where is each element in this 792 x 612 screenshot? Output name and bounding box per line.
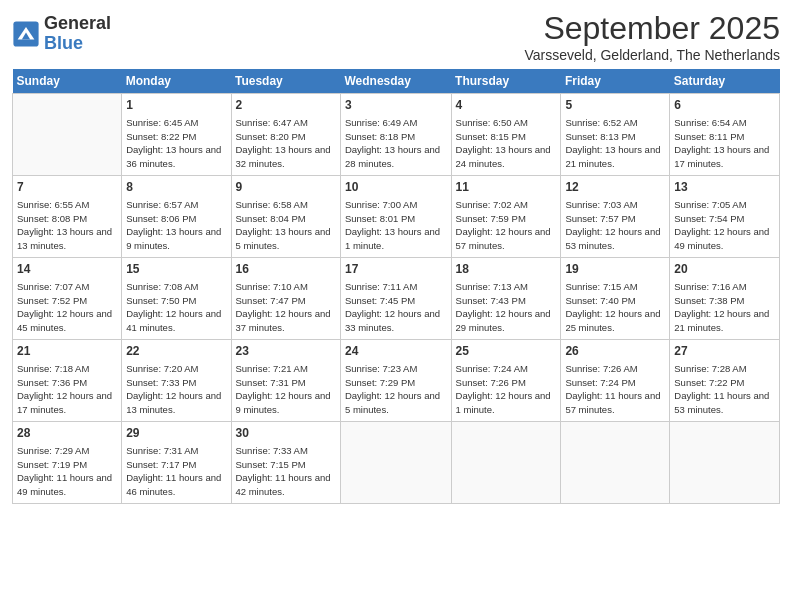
day-cell <box>670 422 780 504</box>
day-info: Sunrise: 6:47 AM Sunset: 8:20 PM Dayligh… <box>236 116 336 171</box>
week-row-3: 21Sunrise: 7:18 AM Sunset: 7:36 PM Dayli… <box>13 340 780 422</box>
logo-blue: Blue <box>44 34 111 54</box>
day-number: 10 <box>345 179 447 196</box>
day-number: 27 <box>674 343 775 360</box>
day-cell: 20Sunrise: 7:16 AM Sunset: 7:38 PM Dayli… <box>670 258 780 340</box>
header-saturday: Saturday <box>670 69 780 94</box>
day-cell: 27Sunrise: 7:28 AM Sunset: 7:22 PM Dayli… <box>670 340 780 422</box>
day-cell: 22Sunrise: 7:20 AM Sunset: 7:33 PM Dayli… <box>122 340 231 422</box>
day-info: Sunrise: 7:20 AM Sunset: 7:33 PM Dayligh… <box>126 362 226 417</box>
day-cell: 10Sunrise: 7:00 AM Sunset: 8:01 PM Dayli… <box>340 176 451 258</box>
logo-icon <box>12 20 40 48</box>
day-number: 30 <box>236 425 336 442</box>
day-cell: 21Sunrise: 7:18 AM Sunset: 7:36 PM Dayli… <box>13 340 122 422</box>
day-info: Sunrise: 6:55 AM Sunset: 8:08 PM Dayligh… <box>17 198 117 253</box>
day-cell: 11Sunrise: 7:02 AM Sunset: 7:59 PM Dayli… <box>451 176 561 258</box>
day-cell: 13Sunrise: 7:05 AM Sunset: 7:54 PM Dayli… <box>670 176 780 258</box>
day-cell: 19Sunrise: 7:15 AM Sunset: 7:40 PM Dayli… <box>561 258 670 340</box>
day-info: Sunrise: 7:02 AM Sunset: 7:59 PM Dayligh… <box>456 198 557 253</box>
day-cell <box>451 422 561 504</box>
day-number: 20 <box>674 261 775 278</box>
day-info: Sunrise: 7:15 AM Sunset: 7:40 PM Dayligh… <box>565 280 665 335</box>
day-info: Sunrise: 7:24 AM Sunset: 7:26 PM Dayligh… <box>456 362 557 417</box>
day-number: 18 <box>456 261 557 278</box>
header-monday: Monday <box>122 69 231 94</box>
day-cell: 8Sunrise: 6:57 AM Sunset: 8:06 PM Daylig… <box>122 176 231 258</box>
day-number: 16 <box>236 261 336 278</box>
header-tuesday: Tuesday <box>231 69 340 94</box>
header-friday: Friday <box>561 69 670 94</box>
day-info: Sunrise: 6:50 AM Sunset: 8:15 PM Dayligh… <box>456 116 557 171</box>
day-cell: 2Sunrise: 6:47 AM Sunset: 8:20 PM Daylig… <box>231 94 340 176</box>
day-info: Sunrise: 7:31 AM Sunset: 7:17 PM Dayligh… <box>126 444 226 499</box>
day-number: 29 <box>126 425 226 442</box>
day-info: Sunrise: 7:23 AM Sunset: 7:29 PM Dayligh… <box>345 362 447 417</box>
day-cell: 18Sunrise: 7:13 AM Sunset: 7:43 PM Dayli… <box>451 258 561 340</box>
day-info: Sunrise: 7:18 AM Sunset: 7:36 PM Dayligh… <box>17 362 117 417</box>
day-number: 7 <box>17 179 117 196</box>
day-info: Sunrise: 7:10 AM Sunset: 7:47 PM Dayligh… <box>236 280 336 335</box>
day-cell: 14Sunrise: 7:07 AM Sunset: 7:52 PM Dayli… <box>13 258 122 340</box>
day-cell: 28Sunrise: 7:29 AM Sunset: 7:19 PM Dayli… <box>13 422 122 504</box>
calendar-table: Sunday Monday Tuesday Wednesday Thursday… <box>12 69 780 504</box>
header-row: Sunday Monday Tuesday Wednesday Thursday… <box>13 69 780 94</box>
day-cell: 9Sunrise: 6:58 AM Sunset: 8:04 PM Daylig… <box>231 176 340 258</box>
day-number: 1 <box>126 97 226 114</box>
header: General Blue September 2025 Varsseveld, … <box>12 10 780 63</box>
week-row-1: 7Sunrise: 6:55 AM Sunset: 8:08 PM Daylig… <box>13 176 780 258</box>
day-info: Sunrise: 7:11 AM Sunset: 7:45 PM Dayligh… <box>345 280 447 335</box>
day-cell <box>561 422 670 504</box>
day-info: Sunrise: 7:33 AM Sunset: 7:15 PM Dayligh… <box>236 444 336 499</box>
day-number: 26 <box>565 343 665 360</box>
day-number: 25 <box>456 343 557 360</box>
day-cell: 4Sunrise: 6:50 AM Sunset: 8:15 PM Daylig… <box>451 94 561 176</box>
header-wednesday: Wednesday <box>340 69 451 94</box>
day-info: Sunrise: 6:45 AM Sunset: 8:22 PM Dayligh… <box>126 116 226 171</box>
day-cell: 12Sunrise: 7:03 AM Sunset: 7:57 PM Dayli… <box>561 176 670 258</box>
day-number: 2 <box>236 97 336 114</box>
header-thursday: Thursday <box>451 69 561 94</box>
day-number: 21 <box>17 343 117 360</box>
day-cell: 15Sunrise: 7:08 AM Sunset: 7:50 PM Dayli… <box>122 258 231 340</box>
logo: General Blue <box>12 14 111 54</box>
main-container: General Blue September 2025 Varsseveld, … <box>0 0 792 512</box>
day-info: Sunrise: 6:52 AM Sunset: 8:13 PM Dayligh… <box>565 116 665 171</box>
day-info: Sunrise: 7:07 AM Sunset: 7:52 PM Dayligh… <box>17 280 117 335</box>
day-cell: 30Sunrise: 7:33 AM Sunset: 7:15 PM Dayli… <box>231 422 340 504</box>
day-number: 14 <box>17 261 117 278</box>
day-cell: 16Sunrise: 7:10 AM Sunset: 7:47 PM Dayli… <box>231 258 340 340</box>
day-info: Sunrise: 6:49 AM Sunset: 8:18 PM Dayligh… <box>345 116 447 171</box>
subtitle: Varsseveld, Gelderland, The Netherlands <box>524 47 780 63</box>
day-info: Sunrise: 7:28 AM Sunset: 7:22 PM Dayligh… <box>674 362 775 417</box>
day-number: 13 <box>674 179 775 196</box>
day-info: Sunrise: 7:03 AM Sunset: 7:57 PM Dayligh… <box>565 198 665 253</box>
day-number: 28 <box>17 425 117 442</box>
day-info: Sunrise: 7:13 AM Sunset: 7:43 PM Dayligh… <box>456 280 557 335</box>
day-info: Sunrise: 6:57 AM Sunset: 8:06 PM Dayligh… <box>126 198 226 253</box>
day-number: 17 <box>345 261 447 278</box>
day-info: Sunrise: 7:26 AM Sunset: 7:24 PM Dayligh… <box>565 362 665 417</box>
day-cell <box>340 422 451 504</box>
day-cell: 6Sunrise: 6:54 AM Sunset: 8:11 PM Daylig… <box>670 94 780 176</box>
day-number: 9 <box>236 179 336 196</box>
day-cell: 5Sunrise: 6:52 AM Sunset: 8:13 PM Daylig… <box>561 94 670 176</box>
day-cell: 3Sunrise: 6:49 AM Sunset: 8:18 PM Daylig… <box>340 94 451 176</box>
week-row-4: 28Sunrise: 7:29 AM Sunset: 7:19 PM Dayli… <box>13 422 780 504</box>
day-info: Sunrise: 6:58 AM Sunset: 8:04 PM Dayligh… <box>236 198 336 253</box>
day-number: 4 <box>456 97 557 114</box>
day-number: 8 <box>126 179 226 196</box>
day-info: Sunrise: 7:21 AM Sunset: 7:31 PM Dayligh… <box>236 362 336 417</box>
day-info: Sunrise: 7:08 AM Sunset: 7:50 PM Dayligh… <box>126 280 226 335</box>
week-row-0: 1Sunrise: 6:45 AM Sunset: 8:22 PM Daylig… <box>13 94 780 176</box>
logo-text: General Blue <box>44 14 111 54</box>
day-cell <box>13 94 122 176</box>
month-title: September 2025 <box>524 10 780 47</box>
day-number: 3 <box>345 97 447 114</box>
day-number: 15 <box>126 261 226 278</box>
day-number: 11 <box>456 179 557 196</box>
day-cell: 26Sunrise: 7:26 AM Sunset: 7:24 PM Dayli… <box>561 340 670 422</box>
day-number: 22 <box>126 343 226 360</box>
day-number: 23 <box>236 343 336 360</box>
day-info: Sunrise: 7:00 AM Sunset: 8:01 PM Dayligh… <box>345 198 447 253</box>
day-number: 24 <box>345 343 447 360</box>
